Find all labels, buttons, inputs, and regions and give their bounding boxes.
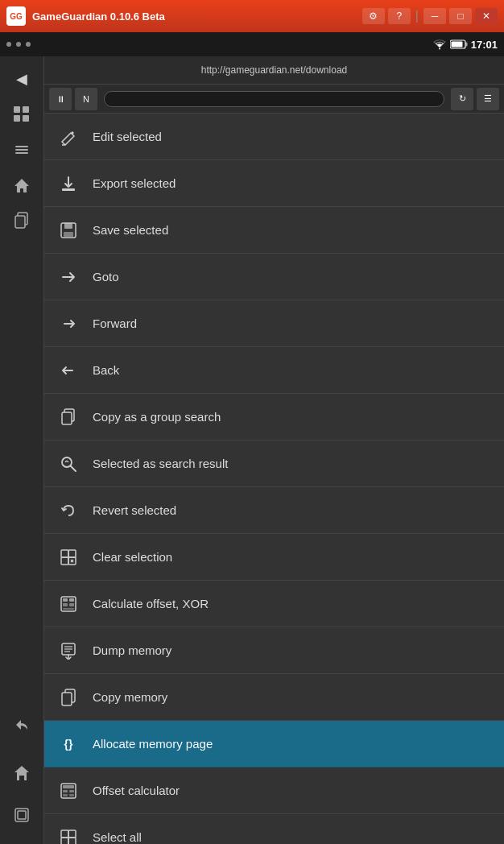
menu-label-goto: Goto <box>93 270 498 283</box>
wifi-icon <box>432 39 447 50</box>
sidebar-icon-back[interactable]: ◀ <box>6 63 38 95</box>
menu-label-export-selected: Export selected <box>93 176 498 190</box>
svg-rect-37 <box>63 608 74 610</box>
edit-icon <box>57 126 80 148</box>
svg-rect-47 <box>63 790 68 792</box>
grid-area: ? ? ? ? ? ? ? ? ? ? ? ? ? ? ? <box>44 114 504 844</box>
svg-point-0 <box>439 48 440 50</box>
menu-label-dump-memory: Dump memory <box>93 643 498 657</box>
close-button[interactable]: ✕ <box>475 8 498 24</box>
menu-item-clear-selection[interactable]: Clear selection <box>44 534 504 581</box>
window-controls: ⚙ ? | ─ □ ✕ <box>362 8 498 24</box>
menu-item-selected-search[interactable]: Selected as search result <box>44 441 504 487</box>
url-text: http://gameguardian.net/download <box>201 64 347 76</box>
svg-rect-28 <box>61 557 68 565</box>
menu-item-select-all[interactable]: Select all <box>44 814 504 844</box>
svg-rect-23 <box>62 412 72 424</box>
svg-rect-51 <box>61 830 68 838</box>
menu-label-clear-selection: Clear selection <box>93 550 498 564</box>
svg-rect-52 <box>68 830 76 838</box>
menu-item-back[interactable]: Back <box>44 347 504 394</box>
svg-rect-4 <box>14 106 20 113</box>
svg-rect-16 <box>18 811 26 819</box>
copy-memory-icon <box>57 686 80 709</box>
svg-marker-14 <box>14 766 29 780</box>
svg-rect-10 <box>15 152 28 154</box>
toolbar-pause-btn[interactable]: ⏸ <box>49 88 72 110</box>
dump-memory-icon <box>57 639 80 662</box>
goto-icon <box>57 266 80 288</box>
toolbar-refresh-btn[interactable]: ↻ <box>451 88 473 110</box>
copy-group-icon <box>57 406 80 428</box>
menu-label-revert-selected: Revert selected <box>93 503 498 517</box>
svg-rect-26 <box>61 550 68 557</box>
settings-button[interactable]: ⚙ <box>362 8 385 24</box>
url-bar: http://gameguardian.net/download <box>44 56 504 85</box>
menu-item-calculate-offset[interactable]: Calculate offset, XOR <box>44 581 504 627</box>
help-button[interactable]: ? <box>388 8 411 24</box>
menu-item-goto[interactable]: Goto <box>44 254 504 300</box>
menu-item-edit-selected[interactable]: Edit selected <box>44 114 504 160</box>
main-area: ◀ <box>0 56 504 844</box>
time-display: 17:01 <box>471 39 498 51</box>
search-result-icon <box>57 453 80 475</box>
toolbar-scan-btn[interactable]: N <box>75 88 97 110</box>
search-bar[interactable] <box>104 91 444 107</box>
context-menu: Edit selected Export selected <box>44 114 504 844</box>
menu-item-offset-calculator[interactable]: Offset calculator <box>44 767 504 814</box>
forward-icon <box>57 312 80 335</box>
maximize-button[interactable]: □ <box>449 8 472 24</box>
sidebar-icon-home[interactable] <box>6 169 38 201</box>
menu-item-copy-group-search[interactable]: Copy as a group search <box>44 394 504 441</box>
sidebar-icon-copy[interactable] <box>6 205 38 237</box>
svg-rect-6 <box>14 115 20 122</box>
svg-rect-5 <box>23 106 29 113</box>
menu-item-forward[interactable]: Forward <box>44 300 504 347</box>
menu-label-edit-selected: Edit selected <box>93 130 498 143</box>
menu-label-select-all: Select all <box>93 830 498 844</box>
sidebar-icon-house[interactable] <box>6 757 38 789</box>
svg-rect-8 <box>15 146 28 147</box>
svg-rect-46 <box>63 785 74 788</box>
menu-item-allocate-memory[interactable]: {} Allocate memory page <box>44 721 504 767</box>
svg-rect-2 <box>465 43 467 47</box>
status-dot-2 <box>16 42 21 47</box>
allocate-icon: {} <box>57 733 80 755</box>
menu-label-copy-memory: Copy memory <box>93 690 498 704</box>
menu-label-allocate-memory: Allocate memory page <box>93 737 498 751</box>
svg-rect-35 <box>63 603 68 606</box>
svg-rect-21 <box>64 232 73 237</box>
sidebar-icon-tool[interactable] <box>6 134 38 166</box>
save-icon <box>57 219 80 242</box>
svg-rect-54 <box>68 838 76 845</box>
menu-item-save-selected[interactable]: Save selected <box>44 207 504 254</box>
sidebar-icon-layers[interactable] <box>6 799 38 831</box>
menu-item-dump-memory[interactable]: Dump memory <box>44 627 504 674</box>
revert-icon <box>57 499 80 522</box>
clear-selection-icon <box>57 546 80 569</box>
menu-label-selected-search: Selected as search result <box>93 457 498 470</box>
svg-rect-34 <box>69 598 74 602</box>
offset-calc-icon <box>57 780 80 802</box>
menu-item-export-selected[interactable]: Export selected <box>44 160 504 207</box>
sidebar-icon-return[interactable] <box>6 709 38 741</box>
title-bar: GG GameGuardian 0.10.6 Beta ⚙ ? | ─ □ ✕ <box>0 0 504 32</box>
status-bar: 17:01 <box>0 32 504 56</box>
app-icon-text: GG <box>10 12 23 21</box>
status-dot-3 <box>26 42 31 47</box>
svg-rect-3 <box>451 42 462 48</box>
menu-item-copy-memory[interactable]: Copy memory <box>44 674 504 721</box>
svg-line-25 <box>71 465 76 471</box>
svg-rect-13 <box>15 216 25 228</box>
menu-label-offset-calculator: Offset calculator <box>93 784 498 797</box>
svg-marker-11 <box>14 179 29 192</box>
menu-item-revert-selected[interactable]: Revert selected <box>44 487 504 534</box>
svg-rect-20 <box>64 223 72 229</box>
svg-rect-49 <box>63 794 68 796</box>
minimize-button[interactable]: ─ <box>423 8 446 24</box>
toolbar-menu-btn[interactable]: ☰ <box>477 88 499 110</box>
menu-label-calculate-offset: Calculate offset, XOR <box>93 597 498 610</box>
sidebar-icon-grid[interactable] <box>6 98 38 130</box>
battery-icon <box>450 39 468 49</box>
status-right: 17:01 <box>432 39 498 51</box>
